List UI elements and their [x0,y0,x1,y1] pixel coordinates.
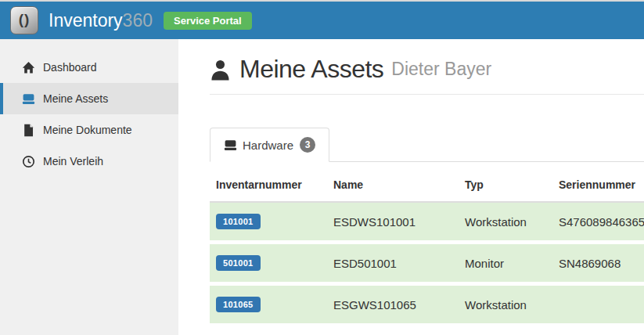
app-logo-icon[interactable]: () [10,6,38,34]
table-row[interactable]: 101001 ESDWS101001 Workstation S47608984… [210,202,644,243]
sidebar-item-label: Meine Assets [43,92,108,105]
person-icon [210,58,231,81]
hdd-icon [224,139,237,152]
sidebar-item-meine-dokumente[interactable]: Meine Dokumente [0,114,178,146]
table-row[interactable]: 101065 ESGWS101065 Workstation [210,284,644,324]
cell-typ: Workstation [459,202,552,243]
service-portal-badge: Service Portal [164,12,252,30]
sidebar: Dashboard Meine Assets Meine Dokumente M… [0,39,178,335]
assets-table: Inventarnummer Name Typ Seriennummer 101… [210,174,644,323]
tab-hardware[interactable]: Hardware 3 [210,128,329,162]
inventory-number-label: 101065 [216,297,261,312]
tab-label: Hardware [243,139,293,152]
inventory-number-label: 101001 [216,214,261,229]
page-heading: Meine Assets Dieter Bayer [210,55,644,95]
cell-typ: Monitor [459,243,552,284]
cell-seriennummer: SN4869068 [552,243,644,284]
tab-bar: Hardware 3 [210,128,644,162]
column-header-typ: Typ [459,174,552,202]
column-header-seriennummer: Seriennummer [552,174,644,202]
table-row[interactable]: 501001 ESD501001 Monitor SN4869068 [210,243,644,284]
sidebar-item-label: Mein Verleih [43,155,103,168]
page-title: Meine Assets [239,55,383,84]
brand-title[interactable]: Inventory360 [49,10,153,31]
tab-count-badge: 3 [300,137,315,153]
cell-name: ESGWS101065 [327,284,459,324]
cell-name: ESD501001 [327,243,459,284]
sidebar-item-label: Dashboard [43,61,97,74]
table-header-row: Inventarnummer Name Typ Seriennummer [210,174,644,202]
page-subtitle: Dieter Bayer [391,59,491,80]
clock-icon [22,155,35,168]
sidebar-item-mein-verleih[interactable]: Mein Verleih [0,146,178,177]
column-header-inventarnummer: Inventarnummer [210,174,327,202]
cell-name: ESDWS101001 [327,202,459,243]
sidebar-item-label: Meine Dokumente [43,124,132,136]
cell-seriennummer: S476089846365 [552,202,644,243]
sidebar-item-dashboard[interactable]: Dashboard [0,52,178,83]
brand-name: Inventory [49,10,123,31]
file-icon [22,124,35,137]
cell-seriennummer [552,284,644,324]
sidebar-item-meine-assets[interactable]: Meine Assets [0,83,178,114]
hdd-icon [22,92,35,106]
inventory-number-label: 501001 [216,255,261,271]
home-icon [22,61,35,74]
logo-glyph: () [19,11,31,28]
main-content: Meine Assets Dieter Bayer Hardware 3 Inv… [178,39,644,335]
app-header: () Inventory360 Service Portal [0,2,644,39]
cell-typ: Workstation [459,284,552,324]
column-header-name: Name [327,174,459,202]
brand-suffix: 360 [123,10,153,31]
